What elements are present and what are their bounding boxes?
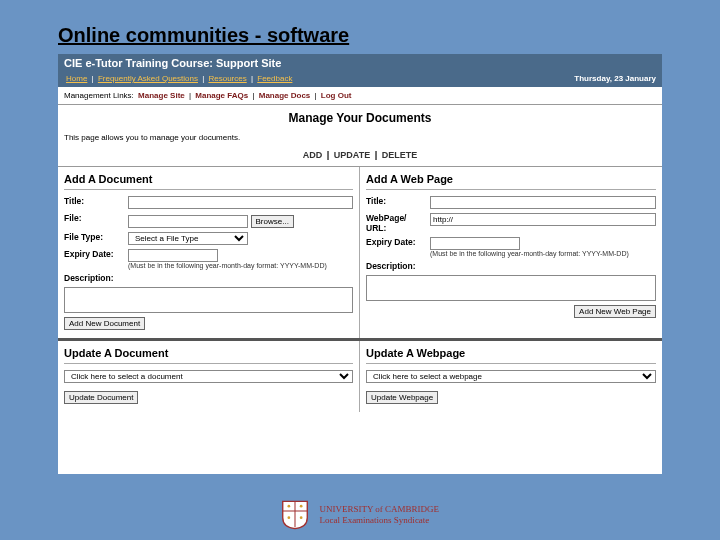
web-expiry-label: Expiry Date: (366, 237, 430, 247)
action-links: ADD | UPDATE | DELETE (58, 150, 662, 167)
update-document-button[interactable]: Update Document (64, 391, 138, 404)
footer-line2: Local Examinations Syndicate (319, 515, 439, 526)
action-add[interactable]: ADD (303, 150, 323, 160)
web-desc-label: Description: (366, 261, 430, 271)
doc-filetype-select[interactable]: Select a File Type (128, 232, 248, 245)
svg-point-0 (287, 505, 290, 508)
footer-line1: UNIVERSITY of CAMBRIDGE (319, 504, 439, 515)
add-document-button[interactable]: Add New Document (64, 317, 145, 330)
doc-expiry-input[interactable] (128, 249, 218, 262)
action-update[interactable]: UPDATE (334, 150, 370, 160)
doc-title-input[interactable] (128, 196, 353, 209)
header-bar: Home | Frequently Asked Questions | Reso… (58, 72, 662, 87)
header-nav: Home | Frequently Asked Questions | Reso… (64, 74, 294, 83)
shield-icon (281, 500, 309, 530)
mgmt-label: Management Links: (64, 91, 134, 100)
doc-title-label: Title: (64, 196, 128, 206)
add-doc-heading: Add A Document (64, 173, 353, 190)
doc-desc-input[interactable] (64, 287, 353, 313)
add-web-heading: Add A Web Page (366, 173, 656, 190)
update-webpage-panel: Update A Webpage Click here to select a … (360, 341, 662, 412)
header-date: Thursday, 23 January (574, 74, 656, 83)
footer: UNIVERSITY of CAMBRIDGE Local Examinatio… (0, 500, 720, 530)
doc-desc-label: Description: (64, 273, 128, 283)
intro-text: This page allows you to manage your docu… (58, 129, 662, 150)
footer-text: UNIVERSITY of CAMBRIDGE Local Examinatio… (319, 504, 439, 526)
nav-resources[interactable]: Resources (208, 74, 246, 83)
mgmt-manage-faqs[interactable]: Manage FAQs (195, 91, 248, 100)
doc-file-label: File: (64, 213, 128, 223)
nav-feedback[interactable]: Feedback (257, 74, 292, 83)
web-expiry-hint: (Must be in the following year-month-day… (430, 250, 656, 257)
mgmt-manage-docs[interactable]: Manage Docs (259, 91, 311, 100)
doc-filetype-label: File Type: (64, 232, 128, 242)
update-webpage-button[interactable]: Update Webpage (366, 391, 438, 404)
web-title-input[interactable] (430, 196, 656, 209)
doc-file-input[interactable] (128, 215, 248, 228)
add-section: Add A Document Title: File: Browse... Fi… (58, 167, 662, 341)
add-document-panel: Add A Document Title: File: Browse... Fi… (58, 167, 360, 338)
update-section: Update A Document Click here to select a… (58, 341, 662, 412)
nav-home[interactable]: Home (66, 74, 87, 83)
add-webpage-panel: Add A Web Page Title: WebPage/ URL: Expi… (360, 167, 662, 338)
upd-doc-select[interactable]: Click here to select a document (64, 370, 353, 383)
mgmt-manage-site[interactable]: Manage Site (138, 91, 185, 100)
site-title: CIE e-Tutor Training Course: Support Sit… (58, 54, 662, 72)
web-expiry-input[interactable] (430, 237, 520, 250)
mgmt-log-out[interactable]: Log Out (321, 91, 352, 100)
upd-web-select[interactable]: Click here to select a webpage (366, 370, 656, 383)
add-webpage-button[interactable]: Add New Web Page (574, 305, 656, 318)
upd-web-heading: Update A Webpage (366, 347, 656, 364)
svg-point-3 (300, 516, 303, 519)
web-desc-input[interactable] (366, 275, 656, 301)
web-title-label: Title: (366, 196, 430, 206)
doc-expiry-hint: (Must be in the following year-month-day… (128, 262, 353, 269)
nav-faq[interactable]: Frequently Asked Questions (98, 74, 198, 83)
slide-title: Online communities - software (58, 24, 349, 47)
page-title: Manage Your Documents (58, 105, 662, 129)
doc-expiry-label: Expiry Date: (64, 249, 128, 259)
svg-point-1 (300, 505, 303, 508)
web-url-label: WebPage/ URL: (366, 213, 430, 233)
browse-button[interactable]: Browse... (251, 215, 294, 228)
upd-doc-heading: Update A Document (64, 347, 353, 364)
svg-point-2 (287, 516, 290, 519)
update-document-panel: Update A Document Click here to select a… (58, 341, 360, 412)
action-delete[interactable]: DELETE (382, 150, 418, 160)
management-links: Management Links: Manage Site | Manage F… (58, 87, 662, 105)
web-url-input[interactable] (430, 213, 656, 226)
app-window: CIE e-Tutor Training Course: Support Sit… (58, 54, 662, 474)
